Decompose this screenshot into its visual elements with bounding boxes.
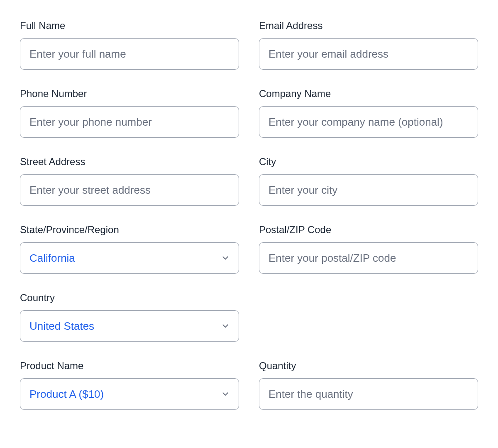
city-label: City <box>259 156 478 168</box>
street-input[interactable] <box>20 174 239 206</box>
phone-label: Phone Number <box>20 88 239 100</box>
country-select[interactable]: United States <box>20 310 239 342</box>
quantity-label: Quantity <box>259 360 478 372</box>
phone-field: Phone Number <box>20 88 239 138</box>
state-select[interactable]: California <box>20 242 239 274</box>
full-name-input[interactable] <box>20 38 239 70</box>
country-select-wrapper: United States <box>20 310 239 342</box>
product-select[interactable]: Product A ($10) <box>20 378 239 410</box>
product-select-wrapper: Product A ($10) <box>20 378 239 410</box>
product-field: Product Name Product A ($10) <box>20 360 239 410</box>
quantity-field: Quantity <box>259 360 478 410</box>
street-field: Street Address <box>20 156 239 206</box>
state-label: State/Province/Region <box>20 224 239 236</box>
postal-field: Postal/ZIP Code <box>259 224 478 274</box>
country-label: Country <box>20 292 239 304</box>
form-grid: Full Name Email Address Phone Number Com… <box>20 20 478 410</box>
email-label: Email Address <box>259 20 478 32</box>
company-input[interactable] <box>259 106 478 138</box>
quantity-input[interactable] <box>259 378 478 410</box>
full-name-label: Full Name <box>20 20 239 32</box>
company-field: Company Name <box>259 88 478 138</box>
city-input[interactable] <box>259 174 478 206</box>
street-label: Street Address <box>20 156 239 168</box>
city-field: City <box>259 156 478 206</box>
postal-label: Postal/ZIP Code <box>259 224 478 236</box>
country-field: Country United States <box>20 292 239 342</box>
product-label: Product Name <box>20 360 239 372</box>
email-field: Email Address <box>259 20 478 70</box>
email-input[interactable] <box>259 38 478 70</box>
company-label: Company Name <box>259 88 478 100</box>
full-name-field: Full Name <box>20 20 239 70</box>
phone-input[interactable] <box>20 106 239 138</box>
empty-cell <box>259 292 478 342</box>
state-field: State/Province/Region California <box>20 224 239 274</box>
postal-input[interactable] <box>259 242 478 274</box>
state-select-wrapper: California <box>20 242 239 274</box>
